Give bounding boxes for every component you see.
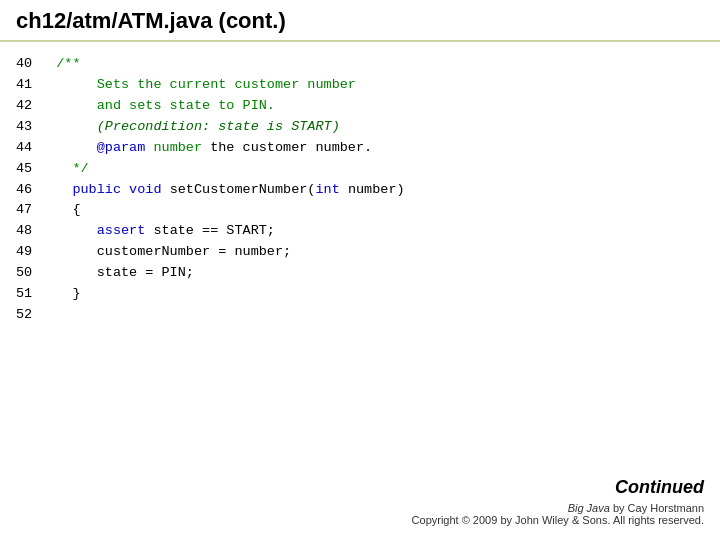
table-row: 49 customerNumber = number;	[16, 242, 405, 263]
code-content: state = PIN;	[56, 263, 404, 284]
table-row: 46 public void setCustomerNumber(int num…	[16, 180, 405, 201]
code-content: (Precondition: state is START)	[56, 117, 404, 138]
table-row: 42 and sets state to PIN.	[16, 96, 405, 117]
table-row: 51 }	[16, 284, 405, 305]
continued-label: Continued	[412, 477, 704, 498]
page-title: ch12/atm/ATM.java (cont.)	[16, 8, 704, 34]
title-bar: ch12/atm/ATM.java (cont.)	[0, 0, 720, 42]
code-content: }	[56, 284, 404, 305]
code-content: Sets the current customer number	[56, 75, 404, 96]
line-number: 41	[16, 75, 56, 96]
copyright-text: Big Java by Cay Horstmann Copyright © 20…	[412, 502, 704, 526]
code-content: /**	[56, 54, 404, 75]
table-row: 44 @param number the customer number.	[16, 138, 405, 159]
table-row: 43 (Precondition: state is START)	[16, 117, 405, 138]
code-content: assert state == START;	[56, 221, 404, 242]
line-number: 51	[16, 284, 56, 305]
line-number: 47	[16, 200, 56, 221]
code-content: customerNumber = number;	[56, 242, 404, 263]
footer: Continued Big Java by Cay Horstmann Copy…	[412, 477, 704, 526]
book-title-text: Big Java by Cay Horstmann	[568, 502, 704, 514]
line-number: 48	[16, 221, 56, 242]
code-content: public void setCustomerNumber(int number…	[56, 180, 404, 201]
line-number: 52	[16, 305, 56, 326]
table-row: 41 Sets the current customer number	[16, 75, 405, 96]
table-row: 48 assert state == START;	[16, 221, 405, 242]
code-content: */	[56, 159, 404, 180]
code-content: @param number the customer number.	[56, 138, 404, 159]
code-content	[56, 305, 404, 326]
table-row: 52	[16, 305, 405, 326]
line-number: 40	[16, 54, 56, 75]
line-number: 45	[16, 159, 56, 180]
line-number: 49	[16, 242, 56, 263]
code-area: 40 /** 41 Sets the current customer numb…	[0, 42, 720, 338]
table-row: 47 {	[16, 200, 405, 221]
table-row: 45 */	[16, 159, 405, 180]
line-number: 50	[16, 263, 56, 284]
table-row: 40 /**	[16, 54, 405, 75]
line-number: 42	[16, 96, 56, 117]
code-content: {	[56, 200, 404, 221]
copyright-notice: Copyright © 2009 by John Wiley & Sons. A…	[412, 514, 704, 526]
line-number: 43	[16, 117, 56, 138]
code-table: 40 /** 41 Sets the current customer numb…	[16, 54, 405, 326]
line-number: 44	[16, 138, 56, 159]
code-content: and sets state to PIN.	[56, 96, 404, 117]
line-number: 46	[16, 180, 56, 201]
table-row: 50 state = PIN;	[16, 263, 405, 284]
